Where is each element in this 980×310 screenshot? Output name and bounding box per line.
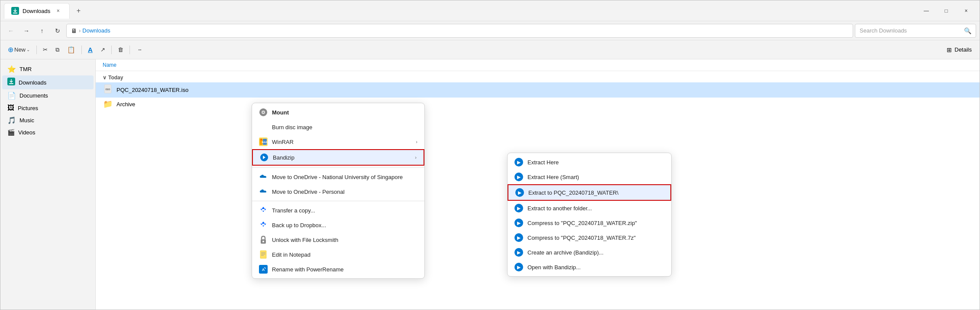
toolbar-separator-1 bbox=[36, 46, 37, 54]
window-controls: — □ × bbox=[916, 4, 976, 18]
extract-folder-label: Extract to PQC_20240718_WATER\ bbox=[528, 189, 618, 196]
new-button[interactable]: ⊕ New ⌄ bbox=[4, 43, 34, 57]
bz-icon-extract-another: ▶ bbox=[514, 204, 523, 212]
downloads-tab[interactable]: Downloads × bbox=[4, 3, 70, 19]
svg-rect-18 bbox=[260, 251, 266, 258]
bandizip-item-extract-here[interactable]: ▶ Extract Here bbox=[508, 155, 671, 170]
bandizip-submenu[interactable]: ▶ Extract Here ▶ Extract Here (Smart) ▶ … bbox=[507, 153, 672, 277]
share-button[interactable]: ↗ bbox=[97, 43, 109, 57]
mount-label: Mount bbox=[272, 109, 289, 116]
archive-folder-icon: 📁 bbox=[103, 99, 113, 109]
bandizip-item-compress-7z[interactable]: ▶ Compress to "PQC_20240718_WATER.7z" bbox=[508, 230, 671, 245]
extract-here-label: Extract Here bbox=[527, 159, 559, 166]
context-item-backup[interactable]: Back up to Dropbox... bbox=[252, 218, 424, 232]
sidebar-item-music[interactable]: 🎵 Music 📌 bbox=[2, 114, 94, 127]
bandizip-label: Bandizip bbox=[273, 154, 294, 161]
cut-button[interactable]: ✂ bbox=[39, 43, 51, 57]
context-item-transfer[interactable]: Transfer a copy... bbox=[252, 203, 424, 218]
rename-icon: A bbox=[88, 46, 93, 53]
details-button[interactable]: ⊞ Details bbox=[942, 45, 976, 55]
documents-icon: 📄 bbox=[7, 91, 16, 100]
svg-rect-1 bbox=[13, 13, 17, 13]
transfer-label: Transfer a copy... bbox=[272, 207, 315, 214]
bandizip-item-open[interactable]: ▶ Open with Bandizip... bbox=[508, 260, 671, 274]
context-item-onedrive-nus[interactable]: Move to OneDrive - National University o… bbox=[252, 170, 424, 184]
open-bandizip-label: Open with Bandizip... bbox=[527, 264, 581, 271]
rename-button[interactable]: A bbox=[84, 43, 96, 57]
create-archive-label: Create an archive (Bandizip)... bbox=[527, 249, 604, 256]
more-icon: ··· bbox=[138, 46, 141, 54]
extract-smart-label: Extract Here (Smart) bbox=[527, 174, 579, 180]
sidebar-item-downloads[interactable]: Downloads 📌 bbox=[2, 75, 94, 89]
svg-text:RAR: RAR bbox=[262, 141, 268, 144]
context-item-mount[interactable]: Mount bbox=[252, 105, 424, 120]
context-sep-1 bbox=[252, 167, 424, 168]
sidebar: ⭐ TMR 📌 Downloads 📌 📄 Documents 📌 bbox=[0, 59, 96, 310]
context-item-notepad[interactable]: Edit in Notepad bbox=[252, 247, 424, 262]
bandizip-item-extract-folder[interactable]: ▶ Extract to PQC_20240718_WATER\ bbox=[508, 184, 671, 201]
paste-button[interactable]: 📋 bbox=[64, 43, 79, 57]
up-button[interactable]: ↑ bbox=[35, 24, 49, 38]
downloads-icon bbox=[7, 78, 15, 87]
add-tab-button[interactable]: + bbox=[71, 4, 85, 18]
sidebar-item-tmr[interactable]: ⭐ TMR 📌 bbox=[2, 63, 94, 75]
new-chevron: ⌄ bbox=[26, 47, 30, 52]
copy-button[interactable]: ⧉ bbox=[52, 43, 63, 57]
breadcrumb-sep: › bbox=[79, 27, 81, 34]
winrar-arrow: › bbox=[416, 139, 417, 144]
onedrive-personal-label: Move to OneDrive - Personal bbox=[272, 189, 345, 195]
location-icon: 🖥 bbox=[71, 27, 77, 34]
downloads-tab-icon bbox=[11, 7, 19, 15]
more-button[interactable]: ··· bbox=[133, 43, 146, 57]
sidebar-item-pictures[interactable]: 🖼 Pictures 📌 bbox=[2, 102, 94, 114]
bandizip-item-extract-another[interactable]: ▶ Extract to another folder... bbox=[508, 201, 671, 215]
delete-icon: 🗑 bbox=[118, 46, 123, 53]
file-item-iso[interactable]: ISO PQC_20240718_WATER.iso bbox=[96, 82, 980, 98]
toolbar-separator-2 bbox=[81, 46, 82, 54]
primary-context-menu[interactable]: Mount Burn disc image bbox=[252, 103, 425, 279]
search-icon: 🔍 bbox=[964, 27, 971, 34]
column-name: Name bbox=[103, 62, 116, 68]
sidebar-item-documents[interactable]: 📄 Documents 📌 bbox=[2, 89, 94, 102]
delete-button[interactable]: 🗑 bbox=[114, 43, 127, 57]
onedrive-nus-label: Move to OneDrive - National University o… bbox=[272, 174, 403, 180]
context-item-winrar[interactable]: RAR WinRAR › bbox=[252, 134, 424, 149]
breadcrumb[interactable]: 🖥 › Downloads bbox=[66, 24, 853, 38]
tab-close-button[interactable]: × bbox=[54, 7, 62, 15]
bandizip-icon bbox=[260, 153, 268, 162]
forward-button[interactable]: → bbox=[19, 24, 33, 38]
svg-point-8 bbox=[263, 112, 264, 113]
cut-icon: ✂ bbox=[43, 46, 48, 53]
context-item-onedrive-personal[interactable]: Move to OneDrive - Personal bbox=[252, 184, 424, 199]
context-item-bandizip[interactable]: Bandizip › bbox=[252, 149, 424, 166]
new-label: New bbox=[14, 46, 26, 53]
context-item-unlock[interactable]: Unlock with File Locksmith bbox=[252, 232, 424, 247]
close-button[interactable]: × bbox=[956, 4, 976, 18]
new-icon: ⊕ bbox=[8, 46, 13, 54]
bandizip-item-compress-zip[interactable]: ▶ Compress to "PQC_20240718_WATER.zip" bbox=[508, 215, 671, 230]
back-button[interactable]: ← bbox=[4, 24, 18, 38]
details-icon: ⊞ bbox=[947, 46, 952, 53]
search-bar[interactable]: Search Downloads 🔍 bbox=[855, 24, 976, 38]
sidebar-item-label-documents: Documents bbox=[19, 92, 79, 99]
file-item-archive[interactable]: 📁 Archive bbox=[96, 98, 980, 111]
backup-label: Back up to Dropbox... bbox=[272, 222, 326, 228]
refresh-button[interactable]: ↻ bbox=[51, 24, 65, 38]
context-item-burn[interactable]: Burn disc image bbox=[252, 120, 424, 134]
breadcrumb-path: Downloads bbox=[82, 27, 110, 34]
dropbox-transfer-icon bbox=[259, 206, 268, 215]
sidebar-item-videos[interactable]: 🎬 Videos 📌 bbox=[2, 127, 94, 138]
bandizip-item-extract-smart[interactable]: ▶ Extract Here (Smart) bbox=[508, 170, 671, 184]
paste-icon: 📋 bbox=[67, 46, 75, 54]
group-toggle[interactable]: ∨ Today bbox=[103, 75, 123, 81]
locksmith-icon bbox=[259, 235, 268, 244]
minimize-button[interactable]: — bbox=[916, 4, 936, 18]
toolbar-separator-3 bbox=[111, 46, 112, 54]
notepad-label: Edit in Notepad bbox=[272, 251, 310, 258]
notepad-icon bbox=[259, 250, 268, 259]
maximize-button[interactable]: □ bbox=[936, 4, 956, 18]
context-item-rename[interactable]: A Rename with PowerRename bbox=[252, 262, 424, 277]
iso-file-icon: ISO bbox=[103, 84, 113, 96]
onedrive-personal-icon bbox=[259, 187, 268, 196]
bandizip-item-create-archive[interactable]: ▶ Create an archive (Bandizip)... bbox=[508, 245, 671, 260]
